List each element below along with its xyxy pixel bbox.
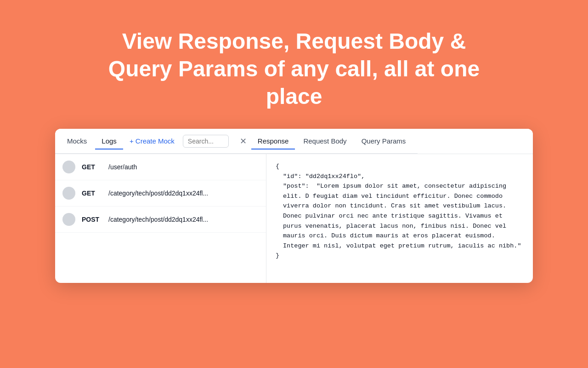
- json-id-value: "dd2dq1xx24flo",: [305, 173, 365, 180]
- response-panel: { "id": "dd2dq1xx24flo", "post": "Lorem …: [266, 154, 533, 283]
- list-item[interactable]: POST /category/tech/post/dd2dq1xx24fl...: [55, 207, 266, 233]
- content-area: GET /user/auth GET /category/tech/post/d…: [55, 154, 533, 283]
- endpoint-label: /user/auth: [108, 163, 137, 171]
- json-post-value: "Lorem ipsum dolor sit amet, consectetur…: [283, 183, 521, 249]
- avatar: [62, 161, 75, 173]
- tab-request-body[interactable]: Request Body: [297, 133, 353, 150]
- hero-title-text: View Response, Request Body & Query Para…: [108, 29, 480, 109]
- tab-create-mock[interactable]: + Create Mock: [125, 133, 179, 149]
- json-open-brace: {: [276, 161, 524, 172]
- app-window: Mocks Logs + Create Mock ✕ Response Requ…: [55, 129, 533, 283]
- json-close-brace: }: [276, 251, 524, 261]
- method-label: GET: [82, 163, 102, 171]
- method-label: GET: [82, 190, 102, 197]
- tab-mocks[interactable]: Mocks: [61, 133, 93, 150]
- left-tab-bar: Mocks Logs + Create Mock: [55, 129, 234, 154]
- avatar: [62, 213, 75, 226]
- json-post-key: "post":: [283, 183, 309, 190]
- endpoint-label: /category/tech/post/dd2dq1xx24fl...: [108, 216, 208, 223]
- list-panel: GET /user/auth GET /category/tech/post/d…: [55, 154, 266, 283]
- search-input[interactable]: [183, 135, 229, 148]
- top-bar: Mocks Logs + Create Mock ✕ Response Requ…: [55, 129, 533, 154]
- json-post-line: "post": "Lorem ipsum dolor sit amet, con…: [283, 181, 524, 251]
- tab-response[interactable]: Response: [251, 133, 295, 150]
- endpoint-label: /category/tech/post/dd2dq1xx24fl...: [108, 190, 208, 197]
- right-tab-bar: ✕ Response Request Body Query Params: [234, 129, 418, 154]
- json-id-key: "id":: [283, 173, 302, 180]
- list-item[interactable]: GET /category/tech/post/dd2dq1xx24fl...: [55, 180, 266, 207]
- list-item[interactable]: GET /user/auth: [55, 154, 266, 180]
- avatar: [62, 187, 75, 200]
- close-button[interactable]: ✕: [240, 137, 247, 145]
- hero-title: View Response, Request Body & Query Para…: [87, 28, 501, 110]
- json-id-line: "id": "dd2dq1xx24flo",: [283, 172, 524, 182]
- tab-query-params[interactable]: Query Params: [355, 133, 413, 150]
- method-label: POST: [82, 216, 102, 223]
- tab-logs[interactable]: Logs: [95, 133, 123, 150]
